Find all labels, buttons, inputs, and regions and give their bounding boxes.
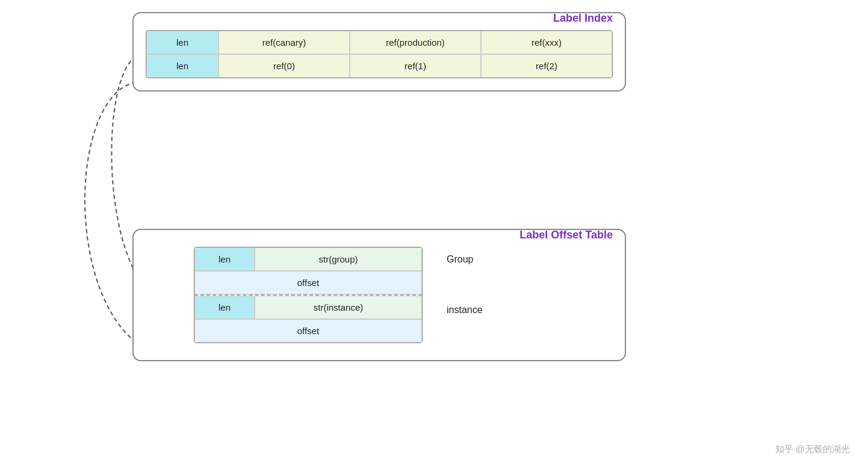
watermark: 知乎 @无毂的湖光: [775, 444, 850, 455]
group-len-cell: len: [194, 247, 255, 271]
group-offset-row: offset: [194, 271, 422, 294]
instance-offset-row: offset: [194, 319, 422, 343]
li-r2-c4: ref(2): [481, 54, 612, 78]
li-r1-c1: len: [146, 31, 219, 54]
instance-len-cell: len: [194, 296, 255, 319]
li-r2-c2: ref(0): [219, 54, 350, 78]
diagram-container: Label Index len ref(canary) ref(producti…: [0, 0, 868, 466]
li-r1-c2: ref(canary): [219, 31, 350, 54]
group-offset-cell: offset: [194, 271, 422, 294]
li-r1-c4: ref(xxx): [481, 31, 612, 54]
label-index-table: len ref(canary) ref(production) ref(xxx)…: [146, 30, 613, 78]
li-r2-c3: ref(1): [350, 54, 481, 78]
label-index-title: Label Index: [553, 12, 613, 25]
li-r1-c3: ref(production): [350, 31, 481, 54]
offset-inner: len str(group) offset len str(instance) …: [194, 247, 613, 346]
group-str-row: len str(group): [194, 247, 422, 271]
instance-side-label: instance: [447, 305, 483, 315]
label-offset-title: Label Offset Table: [519, 229, 613, 241]
group-str-cell: str(group): [255, 247, 422, 271]
instance-str-row: len str(instance): [194, 296, 422, 319]
label-offset-box: Label Offset Table len str(group) offset…: [132, 229, 626, 361]
offset-table: len str(group) offset len str(instance) …: [194, 247, 423, 343]
instance-str-cell: str(instance): [255, 296, 422, 319]
li-r2-c1: len: [146, 54, 219, 78]
label-index-box: Label Index len ref(canary) ref(producti…: [132, 12, 626, 92]
instance-offset-cell: offset: [194, 319, 422, 343]
group-side-label: Group: [447, 254, 473, 265]
